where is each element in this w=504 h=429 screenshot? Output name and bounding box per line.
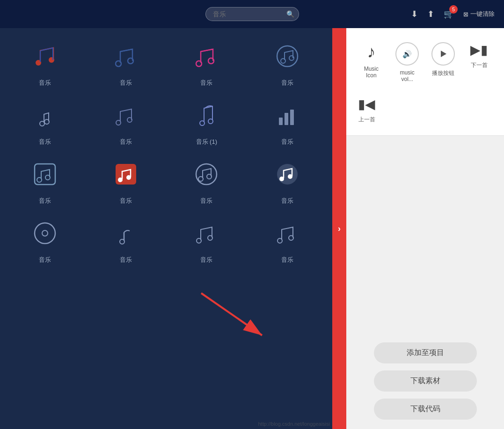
svg-marker-46 bbox=[441, 51, 446, 57]
music-icon-wrapper bbox=[107, 155, 145, 193]
list-item[interactable]: 音乐 bbox=[90, 214, 162, 264]
music-icon-wrapper bbox=[107, 214, 145, 252]
list-item[interactable]: 音乐 bbox=[90, 155, 162, 205]
svg-rect-7 bbox=[132, 49, 133, 61]
svg-rect-10 bbox=[200, 52, 201, 63]
add-to-project-button[interactable]: 添加至项目 bbox=[374, 342, 477, 363]
prev-icon: ▮◀ bbox=[358, 96, 375, 112]
svg-point-13 bbox=[281, 59, 285, 63]
clear-icon: ⊠ bbox=[463, 11, 468, 18]
svg-point-22 bbox=[208, 119, 213, 124]
music-icon-wrapper bbox=[26, 96, 64, 134]
next-icon: ▶▮ bbox=[470, 42, 488, 58]
music-grid: 音乐 音乐 bbox=[9, 37, 323, 264]
music-icon-wrapper bbox=[188, 96, 225, 134]
search-icon[interactable]: 🔍 bbox=[286, 10, 294, 18]
icon-grid-row1: ♪ Music Icon 🔊 music vol... 播放按钮 bbox=[356, 37, 495, 87]
download-icon[interactable]: ⬇ bbox=[411, 9, 418, 19]
download-material-button[interactable]: 下载素材 bbox=[374, 370, 477, 392]
svg-rect-24 bbox=[285, 113, 288, 125]
svg-point-36 bbox=[279, 177, 284, 181]
icon-label: music vol... bbox=[394, 69, 421, 82]
icon-label: 播放按钮 bbox=[432, 69, 454, 77]
music-icon-wrapper bbox=[188, 37, 225, 75]
toggle-icon: › bbox=[338, 224, 341, 234]
music-label: 音乐 bbox=[120, 79, 132, 87]
music-icon-wrapper bbox=[107, 37, 145, 75]
icon-item-play[interactable]: 播放按钮 bbox=[428, 37, 459, 87]
list-item[interactable]: 音乐 bbox=[171, 37, 242, 87]
svg-point-1 bbox=[49, 57, 54, 63]
play-icon bbox=[431, 42, 455, 66]
music-icon-wrapper bbox=[107, 96, 145, 134]
music-icon-wrapper bbox=[26, 214, 64, 252]
list-item[interactable]: 音乐 bbox=[252, 96, 323, 146]
music-label: 音乐 bbox=[200, 79, 212, 87]
svg-rect-11 bbox=[212, 49, 213, 61]
search-input[interactable] bbox=[205, 7, 299, 21]
svg-point-43 bbox=[278, 238, 282, 243]
upload-icon[interactable]: ⬆ bbox=[427, 9, 434, 19]
icon-label: 上一首 bbox=[358, 116, 375, 124]
left-panel: 音乐 音乐 bbox=[0, 28, 332, 429]
svg-rect-25 bbox=[290, 110, 294, 125]
svg-rect-2 bbox=[40, 51, 41, 62]
svg-point-27 bbox=[37, 178, 42, 182]
list-item[interactable]: 音乐 bbox=[9, 96, 81, 146]
list-item[interactable]: 音乐 bbox=[171, 155, 242, 205]
svg-point-16 bbox=[44, 119, 49, 124]
music-icon-wrapper bbox=[26, 155, 64, 193]
music-icon-wrapper bbox=[188, 155, 225, 193]
music-label: 音乐 bbox=[281, 197, 293, 205]
svg-rect-20 bbox=[131, 109, 132, 120]
search-bar: 🔍 bbox=[205, 7, 299, 21]
action-buttons-panel: 添加至项目 下载素材 下载代码 bbox=[346, 136, 504, 429]
music-icon-wrapper bbox=[269, 155, 306, 193]
toggle-panel-button[interactable]: › bbox=[332, 28, 346, 429]
icon-item-prev[interactable]: ▮◀ 上一首 bbox=[356, 92, 378, 128]
list-item[interactable]: 音乐 bbox=[90, 96, 162, 146]
svg-rect-23 bbox=[279, 118, 283, 125]
svg-point-34 bbox=[207, 174, 212, 179]
music-icon-wrapper bbox=[269, 96, 306, 134]
volume-icon: 🔊 bbox=[395, 42, 419, 66]
icon-label: Music Icon bbox=[358, 66, 385, 79]
svg-point-41 bbox=[197, 238, 201, 243]
music-label: 音乐 bbox=[39, 138, 51, 146]
icon-item-volume[interactable]: 🔊 music vol... bbox=[392, 37, 423, 87]
music-icon-wrapper bbox=[188, 214, 225, 252]
music-label: 音乐 bbox=[120, 138, 132, 146]
icon-item-music[interactable]: ♪ Music Icon bbox=[356, 37, 387, 87]
list-item[interactable]: 音乐 bbox=[252, 155, 323, 205]
svg-rect-3 bbox=[52, 48, 53, 60]
watermark: http://blog.csdn.net/longgeaisisi bbox=[258, 421, 330, 427]
cart-wrapper: 🛒 5 bbox=[444, 9, 454, 19]
music-label: 音乐 bbox=[39, 256, 51, 264]
list-item[interactable]: 音乐 bbox=[252, 37, 323, 87]
music-label: 音乐 bbox=[120, 256, 132, 264]
list-item[interactable]: 音乐 bbox=[9, 214, 81, 264]
music-label: 音乐 bbox=[39, 79, 51, 87]
music-label: 音乐 bbox=[200, 256, 212, 264]
svg-point-28 bbox=[45, 175, 50, 180]
music-note-icon: ♪ bbox=[367, 42, 375, 62]
clear-label: 一键清除 bbox=[470, 10, 495, 18]
svg-point-40 bbox=[120, 239, 124, 244]
icon-item-next[interactable]: ▶▮ 下一首 bbox=[463, 37, 495, 87]
svg-rect-6 bbox=[120, 52, 121, 63]
list-item[interactable]: 音乐 bbox=[9, 37, 81, 87]
svg-point-21 bbox=[200, 121, 205, 126]
clear-button[interactable]: ⊠ 一键清除 bbox=[463, 10, 495, 18]
svg-point-31 bbox=[126, 175, 131, 180]
list-item[interactable]: 音乐 bbox=[171, 214, 242, 264]
icon-selector-panel: ♪ Music Icon 🔊 music vol... 播放按钮 bbox=[346, 28, 504, 136]
list-item[interactable]: 音乐 bbox=[90, 37, 162, 87]
list-item[interactable]: 音乐 (1) bbox=[171, 96, 242, 146]
music-label: 音乐 bbox=[281, 138, 293, 146]
download-code-button[interactable]: 下载代码 bbox=[374, 399, 477, 420]
list-item[interactable]: 音乐 bbox=[9, 155, 81, 205]
svg-point-15 bbox=[40, 121, 44, 126]
svg-point-33 bbox=[198, 177, 203, 181]
icon-label: 下一首 bbox=[471, 61, 488, 69]
list-item[interactable]: 音乐 bbox=[252, 214, 323, 264]
